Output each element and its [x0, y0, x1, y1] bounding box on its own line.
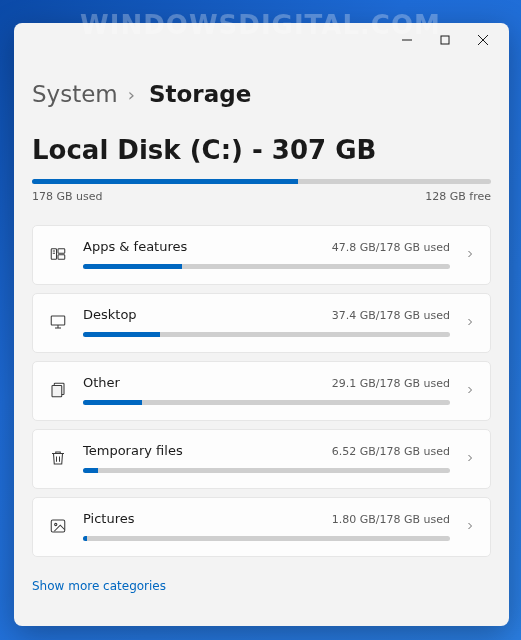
- maximize-icon: [440, 35, 450, 45]
- category-card[interactable]: Desktop37.4 GB/178 GB used: [32, 293, 491, 353]
- close-icon: [478, 35, 488, 45]
- chevron-right-icon: [464, 449, 476, 468]
- used-label: 178 GB used: [32, 190, 103, 203]
- category-bar-fill: [83, 468, 98, 473]
- category-name: Apps & features: [83, 239, 187, 254]
- category-usage: 47.8 GB/178 GB used: [332, 241, 450, 254]
- chevron-right-icon: [464, 517, 476, 536]
- svg-rect-16: [51, 520, 65, 532]
- other-icon: [47, 381, 69, 399]
- svg-rect-1: [441, 36, 449, 44]
- trash-icon: [47, 449, 69, 467]
- category-bar: [83, 332, 450, 337]
- category-name: Temporary files: [83, 443, 183, 458]
- category-bar: [83, 264, 450, 269]
- breadcrumb-parent[interactable]: System: [32, 81, 118, 107]
- svg-rect-13: [52, 386, 62, 397]
- watermark: WINDOWSDIGITAL.COM: [80, 10, 441, 40]
- desktop-icon: [47, 313, 69, 331]
- chevron-right-icon: [464, 245, 476, 264]
- svg-rect-6: [58, 255, 65, 260]
- svg-rect-4: [51, 249, 56, 260]
- chevron-right-icon: [464, 313, 476, 332]
- category-card[interactable]: Pictures1.80 GB/178 GB used: [32, 497, 491, 557]
- category-bar-fill: [83, 264, 182, 269]
- category-bar: [83, 468, 450, 473]
- breadcrumb-current: Storage: [149, 81, 251, 107]
- picture-icon: [47, 517, 69, 535]
- svg-rect-9: [51, 316, 65, 325]
- breadcrumb: System › Storage: [32, 81, 491, 107]
- chevron-right-icon: [464, 381, 476, 400]
- category-bar-fill: [83, 536, 87, 541]
- category-usage: 6.52 GB/178 GB used: [332, 445, 450, 458]
- chevron-right-icon: ›: [128, 84, 135, 105]
- free-label: 128 GB free: [425, 190, 491, 203]
- category-usage: 1.80 GB/178 GB used: [332, 513, 450, 526]
- overall-usage-fill: [32, 179, 298, 184]
- category-usage: 37.4 GB/178 GB used: [332, 309, 450, 322]
- category-card[interactable]: Apps & features47.8 GB/178 GB used: [32, 225, 491, 285]
- show-more-categories-link[interactable]: Show more categories: [32, 579, 166, 593]
- category-usage: 29.1 GB/178 GB used: [332, 377, 450, 390]
- category-name: Desktop: [83, 307, 137, 322]
- svg-point-17: [55, 523, 57, 525]
- category-bar: [83, 400, 450, 405]
- disk-title: Local Disk (C:) - 307 GB: [32, 135, 491, 165]
- category-bar: [83, 536, 450, 541]
- apps-icon: [47, 245, 69, 263]
- overall-usage-labels: 178 GB used 128 GB free: [32, 190, 491, 203]
- category-card[interactable]: Temporary files6.52 GB/178 GB used: [32, 429, 491, 489]
- settings-window: System › Storage Local Disk (C:) - 307 G…: [14, 23, 509, 626]
- category-name: Pictures: [83, 511, 134, 526]
- category-bar-fill: [83, 332, 160, 337]
- category-bar-fill: [83, 400, 142, 405]
- category-card[interactable]: Other29.1 GB/178 GB used: [32, 361, 491, 421]
- overall-usage-bar: [32, 179, 491, 184]
- close-button[interactable]: [475, 32, 491, 48]
- category-name: Other: [83, 375, 120, 390]
- svg-rect-5: [58, 249, 65, 254]
